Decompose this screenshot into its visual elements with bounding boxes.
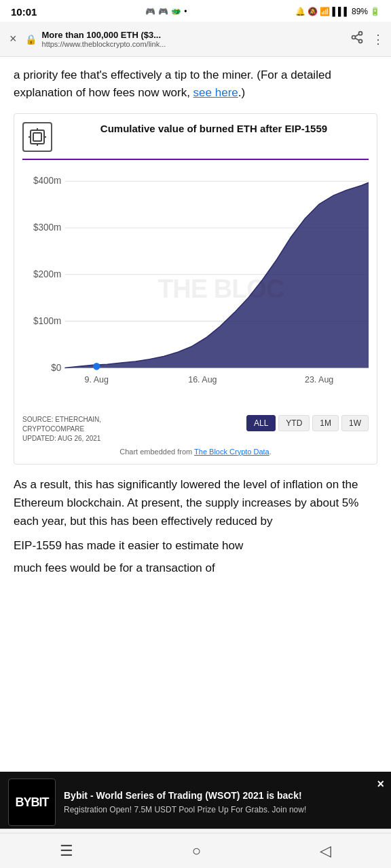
ad-description: Registration Open! 7.5M USDT Pool Prize … [64,804,383,816]
source-text: SOURCE: ETHERCHAIN,CRYPTOCOMPAREUPDATED:… [22,416,101,442]
lock-icon: 🔒 [25,34,37,45]
svg-text:$300m: $300m [33,222,61,233]
svg-text:$0: $0 [51,362,61,372]
battery-icon: 🔋 [370,7,380,16]
chart-btn-1w[interactable]: 1W [341,415,369,431]
nav-home-button[interactable]: ○ [179,837,215,865]
share-button[interactable] [350,31,364,47]
chart-btn-ytd[interactable]: YTD [278,415,310,431]
article-intro: a priority fee that's effectively a tip … [14,66,377,102]
status-bar: 10:01 🎮 🎮 🐲 • 🔔 🔕 📶 ▌▌▌ 89% 🔋 [0,0,391,22]
see-here-link[interactable]: see here [193,86,238,99]
svg-text:$400m: $400m [33,176,61,186]
status-time: 10:01 [11,6,37,18]
intro-end: .) [238,86,245,99]
wifi-icon: 📶 [320,7,330,16]
svg-line-4 [355,34,359,36]
chart-svg: $400m $300m $200m $100m $0 9. Aug 16. Au… [22,167,369,411]
intro-text: a priority fee that's effectively a tip … [14,68,331,99]
more-options-button[interactable]: ⋮ [372,32,384,47]
ad-content: Bybit - World Series of Trading (WSOT) 2… [64,789,383,816]
chart-footer: SOURCE: ETHERCHAIN,CRYPTOCOMPAREUPDATED:… [22,415,369,443]
embed-note-text: Chart embedded from [119,448,194,456]
svg-point-2 [359,39,362,43]
chart-container: Cumulative value of burned ETH after EIP… [14,113,377,465]
chart-buttons: ALL YTD 1M 1W [246,415,369,431]
embed-link[interactable]: The Block Crypto Data [194,448,269,456]
chart-header: Cumulative value of burned ETH after EIP… [22,122,369,152]
status-right: 🔔 🔕 📶 ▌▌▌ 89% 🔋 [295,7,380,16]
browser-chrome: × 🔒 More than 100,000 ETH ($3... https:/… [0,22,391,57]
chart-area: THE BLOC $400m $300m $200m $100m $0 9 [22,167,369,411]
alarm-icon: 🔔 [295,7,305,16]
article-content: a priority fee that's effectively a tip … [0,57,391,581]
battery-level: 89% [352,7,368,16]
signal-icon: ▌▌▌ [332,7,350,16]
discord-icon: 🎮 [158,7,168,16]
nav-menu-button[interactable]: ☰ [46,837,87,865]
chart-divider [22,159,369,160]
ad-logo: BYBIT [8,778,56,826]
article-partial-2: much fees would be for a transaction of [14,559,377,581]
ad-close-button[interactable]: × [377,777,384,791]
svg-text:$200m: $200m [33,269,61,279]
article-partial-1: EIP-1559 has made it easier to estimate … [14,537,377,559]
svg-point-24 [93,363,100,370]
chart-btn-1m[interactable]: 1M [312,415,339,431]
page-url: https://www.theblockcrypto.com/link... [42,40,345,48]
nav-bar: ☰ ○ ◁ [0,833,391,868]
chart-embed-note: Chart embedded from The Block Crypto Dat… [22,448,369,456]
close-tab-button[interactable]: × [7,29,20,49]
dot-indicator: • [184,7,187,16]
svg-text:9. Aug: 9. Aug [85,374,109,384]
article-body: As a result, this has significantly lowe… [14,475,377,538]
chart-icon-box [22,122,52,152]
chart-btn-all[interactable]: ALL [246,415,276,431]
game-icon: 🎮 [145,7,155,16]
svg-line-3 [355,38,359,40]
url-bar[interactable]: More than 100,000 ETH ($3... https://www… [42,30,345,48]
svg-text:16. Aug: 16. Aug [188,374,217,384]
ad-title: Bybit - World Series of Trading (WSOT) 2… [64,789,383,802]
nav-back-button[interactable]: ◁ [306,837,345,865]
browser-actions: ⋮ [350,31,384,47]
page-title: More than 100,000 ETH ($3... [42,30,345,40]
svg-rect-6 [33,133,41,141]
embed-end: . [269,448,272,456]
dragon-icon: 🐲 [171,7,181,16]
svg-text:$100m: $100m [33,315,61,326]
mute-icon: 🔕 [308,7,318,16]
chart-source: SOURCE: ETHERCHAIN,CRYPTOCOMPAREUPDATED:… [22,415,101,443]
chart-title: Cumulative value of burned ETH after EIP… [100,122,327,136]
status-icons: 🎮 🎮 🐲 • [145,7,187,16]
ad-logo-text: BYBIT [16,795,49,810]
ad-banner: × BYBIT Bybit - World Series of Trading … [0,772,391,833]
svg-text:23. Aug: 23. Aug [305,374,333,384]
svg-point-1 [352,36,356,39]
svg-point-0 [359,32,362,35]
